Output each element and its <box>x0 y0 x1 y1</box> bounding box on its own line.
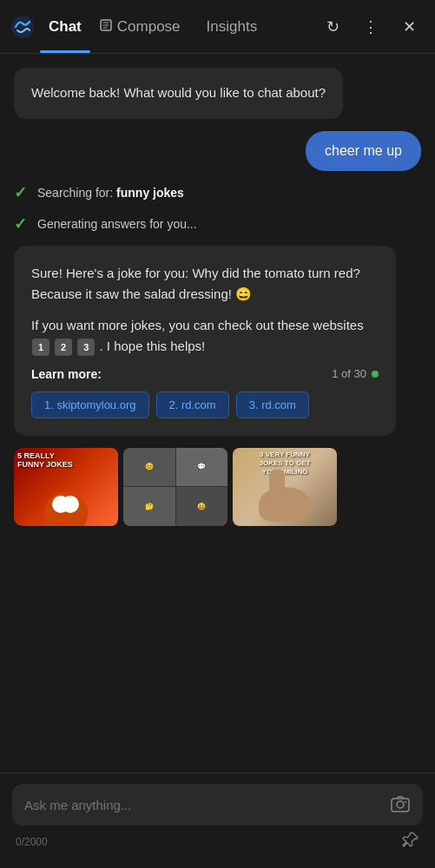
answer-text-refs: If you want more jokes, you can check ou… <box>31 315 379 357</box>
refresh-button[interactable]: ↻ <box>317 11 348 43</box>
media-thumb-3[interactable]: 3 VERY FUNNYJOKES TO GETYOU SMILING <box>233 448 337 526</box>
svg-point-3 <box>397 801 404 808</box>
pin-icon <box>402 831 419 848</box>
compose-tab-label: Compose <box>117 18 181 36</box>
status-searching: ✓ Searching for: funny jokes <box>14 183 421 202</box>
learn-more-label: Learn more: <box>31 367 102 381</box>
searching-label: Searching for: <box>37 186 116 200</box>
more-icon: ⋮ <box>363 17 379 36</box>
insights-tab-label: Insights <box>207 18 258 36</box>
refresh-icon: ↻ <box>326 17 339 36</box>
pin-button[interactable] <box>402 831 419 852</box>
input-row <box>12 784 423 825</box>
app-header: Chat Compose Insights ↻ ⋮ ✕ <box>0 0 435 54</box>
tab-chat[interactable]: Chat <box>40 13 90 41</box>
page-count: 1 of 30 <box>332 367 379 380</box>
close-icon: ✕ <box>403 17 416 36</box>
svg-point-4 <box>405 801 406 803</box>
input-area: 0/2000 <box>0 773 435 868</box>
input-footer: 0/2000 <box>12 825 423 852</box>
media-thumbnails: 5 REALLYFUNNY JOKES 😊 💬 🤔 😄 3 VERY FUNNY… <box>14 448 339 526</box>
status-text-2: Generating answers for you... <box>37 217 197 231</box>
answer-text-main: Sure! Here's a joke for you: Why did the… <box>31 263 379 305</box>
source-tag-1[interactable]: 1. skiptomylou.org <box>31 391 149 418</box>
answer-part2: If you want more jokes, you can check ou… <box>31 318 364 332</box>
status-text-1: Searching for: funny jokes <box>37 186 184 200</box>
tab-compose[interactable]: Compose <box>90 13 189 41</box>
camera-button[interactable] <box>390 794 411 815</box>
check-icon-1: ✓ <box>14 183 27 202</box>
ref-badge-2[interactable]: 2 <box>55 339 72 356</box>
answer-part3: . I hope this helps! <box>100 339 206 353</box>
tab-insights[interactable]: Insights <box>198 13 267 41</box>
learn-more-header: Learn more: 1 of 30 <box>31 367 379 381</box>
compose-icon <box>99 18 113 35</box>
chat-tab-label: Chat <box>49 18 82 36</box>
status-generating: ✓ Generating answers for you... <box>14 214 421 233</box>
chat-main: Welcome back! What would you like to cha… <box>0 54 435 773</box>
thumb-label-1: 5 REALLYFUNNY JOKES <box>17 451 115 470</box>
user-message: cheer me up <box>306 131 421 171</box>
ai-message: Welcome back! What would you like to cha… <box>14 68 343 119</box>
chat-input[interactable] <box>24 798 383 812</box>
header-actions: ↻ ⋮ ✕ <box>317 11 425 43</box>
answer-part1: Sure! Here's a joke for you: Why did the… <box>31 266 360 301</box>
media-thumb-1[interactable]: 5 REALLYFUNNY JOKES <box>14 448 118 526</box>
answer-card: Sure! Here's a joke for you: Why did the… <box>14 246 396 436</box>
more-button[interactable]: ⋮ <box>355 11 386 43</box>
char-count: 0/2000 <box>16 836 48 848</box>
media-thumb-2[interactable]: 😊 💬 🤔 😄 <box>123 448 227 526</box>
source-tag-2[interactable]: 2. rd.com <box>156 391 229 418</box>
searching-keyword: funny jokes <box>116 186 184 200</box>
page-count-text: 1 of 30 <box>332 367 366 380</box>
source-tag-3[interactable]: 3. rd.com <box>236 391 309 418</box>
app-logo <box>10 15 35 39</box>
ai-message-text: Welcome back! What would you like to cha… <box>31 85 326 100</box>
green-dot-indicator <box>372 371 379 378</box>
close-button[interactable]: ✕ <box>393 11 425 43</box>
user-message-text: cheer me up <box>325 143 402 158</box>
ref-badge-3[interactable]: 3 <box>77 339 95 356</box>
ref-badge-1[interactable]: 1 <box>32 339 49 356</box>
check-icon-2: ✓ <box>14 214 27 233</box>
thumb-label-3: 3 VERY FUNNYJOKES TO GETYOU SMILING <box>235 450 334 477</box>
camera-icon <box>390 794 411 815</box>
source-tags: 1. skiptomylou.org 2. rd.com 3. rd.com <box>31 391 379 418</box>
